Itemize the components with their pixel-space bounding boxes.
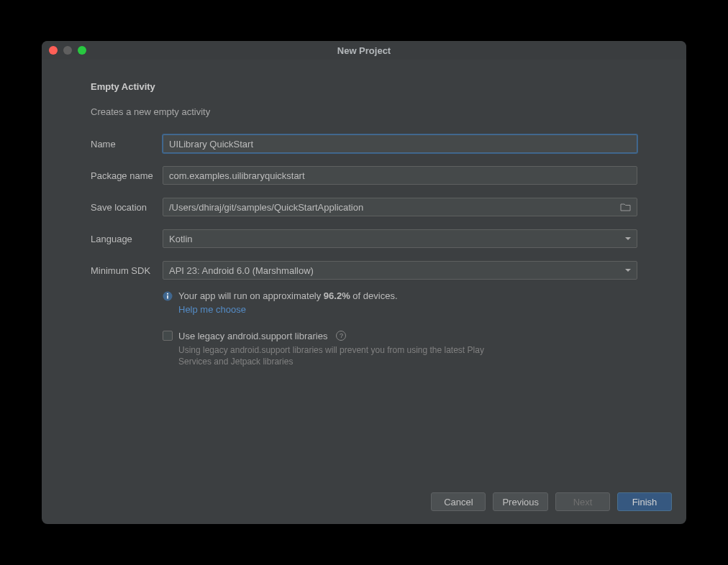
titlebar: New Project <box>42 41 686 60</box>
help-icon[interactable]: ? <box>336 331 346 341</box>
language-label: Language <box>91 234 163 244</box>
min-sdk-select[interactable]: API 23: Android 6.0 (Marshmallow) <box>163 261 637 280</box>
folder-browse-icon[interactable] <box>620 203 631 211</box>
chevron-down-icon <box>625 237 631 241</box>
cancel-button[interactable]: Cancel <box>431 492 486 511</box>
package-field-wrapper <box>163 166 637 185</box>
page-heading: Empty Activity <box>91 81 637 92</box>
minimize-window-icon[interactable] <box>63 46 72 55</box>
previous-button[interactable]: Previous <box>493 492 548 511</box>
name-input[interactable] <box>169 139 631 150</box>
name-field-wrapper <box>163 134 637 153</box>
page-subheading: Creates a new empty activity <box>91 106 637 117</box>
svg-rect-1 <box>167 295 168 299</box>
next-button: Next <box>555 492 610 511</box>
device-coverage-text: Your app will run on approximately 96.2%… <box>178 290 398 318</box>
content-area: Empty Activity Creates a new empty activ… <box>42 60 686 482</box>
legacy-checkbox-row: Use legacy android.support libraries ? <box>163 331 637 341</box>
help-me-choose-link[interactable]: Help me choose <box>178 304 246 315</box>
min-sdk-label: Minimum SDK <box>91 265 163 276</box>
name-row: Name <box>91 134 637 153</box>
legacy-checkbox[interactable] <box>163 331 173 341</box>
package-label: Package name <box>91 170 163 181</box>
chevron-down-icon <box>625 269 631 272</box>
info-icon <box>163 291 173 301</box>
save-location-input[interactable] <box>169 202 616 213</box>
legacy-support-block: Use legacy android.support libraries ? U… <box>163 331 637 367</box>
legacy-checkbox-label: Use legacy android.support libraries <box>178 331 327 341</box>
coverage-percent: 96.2% <box>324 290 350 301</box>
save-location-row: Save location <box>91 198 637 216</box>
package-input[interactable] <box>169 170 631 181</box>
save-location-label: Save location <box>91 202 163 213</box>
finish-button[interactable]: Finish <box>617 492 672 511</box>
language-row: Language Kotlin <box>91 229 637 248</box>
min-sdk-value: API 23: Android 6.0 (Marshmallow) <box>169 265 314 276</box>
window-title: New Project <box>42 45 686 56</box>
device-coverage-info: Your app will run on approximately 96.2%… <box>163 290 637 318</box>
min-sdk-row: Minimum SDK API 23: Android 6.0 (Marshma… <box>91 261 637 280</box>
language-value: Kotlin <box>169 234 193 244</box>
footer-buttons: Cancel Previous Next Finish <box>42 482 686 524</box>
maximize-window-icon[interactable] <box>78 46 86 55</box>
new-project-window: New Project Empty Activity Creates a new… <box>42 41 686 524</box>
close-window-icon[interactable] <box>49 46 58 55</box>
name-label: Name <box>91 139 163 150</box>
save-location-field-wrapper <box>163 198 637 216</box>
package-row: Package name <box>91 166 637 185</box>
language-select[interactable]: Kotlin <box>163 229 637 248</box>
traffic-lights <box>49 46 86 55</box>
legacy-description: Using legacy android.support libraries w… <box>178 344 495 367</box>
svg-point-2 <box>167 293 168 295</box>
